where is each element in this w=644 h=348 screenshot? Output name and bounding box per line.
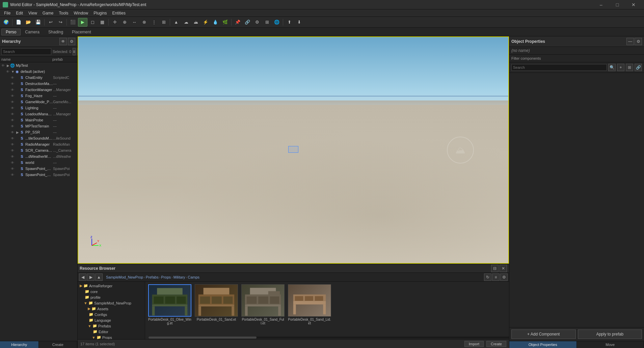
- hierarchy-search-input[interactable]: [1, 48, 51, 55]
- eye-icon[interactable]: 👁: [10, 142, 15, 147]
- rb-path-camps[interactable]: Camps: [188, 275, 199, 279]
- rb-tree-configs[interactable]: 📁 Configs: [87, 312, 143, 317]
- rb-config-btn[interactable]: ⚙: [500, 273, 508, 281]
- eye-icon[interactable]: 👁: [10, 124, 15, 128]
- rb-close-btn[interactable]: ✕: [500, 265, 507, 272]
- menu-game[interactable]: Game: [40, 10, 56, 16]
- rb-filter-btn[interactable]: ≡: [492, 273, 500, 281]
- op-tab-move[interactable]: Move: [577, 341, 644, 348]
- rb-tree-samplemod[interactable]: ▼ 📁 SampleMod_NewProp: [83, 300, 143, 306]
- rb-tree-props[interactable]: ▼ 📁 Props: [91, 335, 143, 339]
- eye-icon[interactable]: 👁: [10, 81, 15, 86]
- tree-item-weather[interactable]: 👁 S ...dWeatherManager ...dWeathe: [9, 153, 77, 160]
- hierarchy-filter-btn[interactable]: ≡: [73, 48, 76, 55]
- tree-item-mpttest[interactable]: 👁 ▶ 🌐 MpTest: [0, 62, 77, 68]
- tree-item-fog[interactable]: 👁 S Fog_Haze ---: [9, 93, 77, 99]
- rb-tree-profile[interactable]: 📁 profile: [83, 294, 143, 300]
- tb-export-btn[interactable]: ⬆: [285, 18, 294, 27]
- tb-link-btn[interactable]: 🔗: [243, 18, 252, 27]
- eye-icon[interactable]: 👁: [10, 172, 15, 177]
- tree-item-mainprobe[interactable]: 👁 S MainProbe ---: [9, 117, 77, 123]
- menu-tools[interactable]: Tools: [56, 10, 71, 16]
- eye-icon[interactable]: 👁: [10, 154, 15, 159]
- tree-item-mpterrain[interactable]: 👁 S MPTestTerrain ---: [9, 123, 77, 129]
- rb-hscroll[interactable]: [149, 337, 509, 339]
- op-link-btn[interactable]: 🔗: [635, 64, 642, 71]
- 3d-viewport[interactable]: ⛰ X Z Y: [78, 36, 509, 264]
- eye-icon[interactable]: 👁: [1, 63, 5, 68]
- tb-path-btn[interactable]: ⛰: [191, 18, 200, 27]
- tree-item-spawn2[interactable]: 👁 S SpawnPoint_US_1 SpawnPoi: [9, 172, 77, 178]
- tree-item-lighting[interactable]: 👁 S Lighting ---: [9, 105, 77, 111]
- rb-tree-arma[interactable]: ▶ 📁 ArmaReforger: [79, 283, 143, 289]
- menu-file[interactable]: File: [1, 10, 13, 16]
- hierarchy-settings-btn[interactable]: ⚙: [68, 38, 75, 45]
- tb-water-btn[interactable]: 💧: [211, 18, 220, 27]
- tab-create[interactable]: Create: [39, 341, 78, 348]
- close-button[interactable]: ✕: [626, 0, 641, 9]
- rb-tree-assets[interactable]: ▶ 📁 Assets: [87, 306, 143, 312]
- tb-terrain-btn[interactable]: ▲: [171, 18, 181, 27]
- eye-icon[interactable]: 👁: [10, 136, 15, 141]
- eye-icon[interactable]: 👁: [10, 75, 15, 80]
- tb-rotate-btn[interactable]: ⊕: [120, 18, 129, 27]
- menu-window[interactable]: Window: [71, 10, 91, 16]
- eye-icon[interactable]: 👁: [10, 118, 15, 122]
- rb-grid-item-desk2[interactable]: PortableDesk_01_Sand.et: [194, 284, 238, 325]
- tb-save-btn[interactable]: 💾: [33, 18, 43, 27]
- op-apply-prefab-btn[interactable]: Apply to prefab: [578, 329, 642, 339]
- tb-grid-btn[interactable]: ⊞: [262, 18, 272, 27]
- rb-path-prefabs[interactable]: Prefabs: [146, 275, 159, 279]
- rb-tree-language[interactable]: 📁 Language: [87, 317, 143, 323]
- hierarchy-visibility-btn[interactable]: 👁: [59, 38, 67, 45]
- expand-icon[interactable]: ▼: [11, 69, 15, 74]
- tb-play-btn[interactable]: ▶: [78, 18, 87, 27]
- rb-refresh-btn[interactable]: ↻: [484, 273, 491, 281]
- tb-logo-btn[interactable]: 🌍: [1, 18, 11, 27]
- rb-grid-item-desk3[interactable]: PortableDesk_01_Sand_Full.et: [241, 284, 285, 325]
- tb-move-btn[interactable]: ✛: [110, 18, 119, 27]
- expand-icon[interactable]: ▶: [16, 130, 20, 135]
- tb-scale-btn[interactable]: ↔: [130, 18, 139, 27]
- eye-icon[interactable]: 👁: [5, 69, 10, 74]
- tb-open-btn[interactable]: 📂: [24, 18, 33, 27]
- tree-item-ppssr[interactable]: 👁 ▶ S PP_SSR ---: [9, 129, 77, 135]
- maximize-button[interactable]: □: [610, 0, 625, 9]
- eye-icon[interactable]: 👁: [10, 148, 15, 153]
- eye-icon[interactable]: 👁: [10, 112, 15, 116]
- tree-item-loadout[interactable]: 👁 S LoadoutManager ...Manager: [9, 111, 77, 117]
- tree-item-world[interactable]: 👁 S world ---: [9, 160, 77, 166]
- rb-forward-btn[interactable]: ▶: [87, 273, 95, 281]
- rb-tree-editor[interactable]: 📁 Editor: [91, 329, 143, 335]
- minimize-button[interactable]: –: [593, 0, 609, 9]
- tb-globe-btn[interactable]: 🌐: [272, 18, 281, 27]
- rb-up-btn[interactable]: ▲: [95, 273, 103, 281]
- eye-icon[interactable]: 👁: [10, 93, 15, 98]
- rb-back-btn[interactable]: ◀: [79, 273, 86, 281]
- rb-grid-item-desk1[interactable]: PortableDesk_01_Olive_Wing.et: [148, 284, 192, 325]
- eye-icon[interactable]: 👁: [10, 87, 15, 92]
- tree-item-faction[interactable]: 👁 S FactionManager ...Manager: [9, 87, 77, 93]
- tb-paint-btn[interactable]: ☁: [181, 18, 191, 27]
- op-search-input[interactable]: [511, 64, 607, 71]
- eye-icon[interactable]: 👁: [10, 106, 15, 110]
- menu-edit[interactable]: Edit: [13, 10, 26, 16]
- tb-import-btn[interactable]: ⬇: [294, 18, 304, 27]
- tab-placement[interactable]: Placement: [68, 29, 96, 35]
- op-search-go-btn[interactable]: 🔍: [608, 64, 616, 71]
- op-collapse-btn[interactable]: —: [626, 38, 634, 45]
- tb-pin-btn[interactable]: 📌: [233, 18, 242, 27]
- rb-tree-prefabs[interactable]: ▼ 📁 Prefabs: [87, 323, 143, 329]
- op-add-component-btn[interactable]: + Add Component: [511, 329, 576, 339]
- tree-item-camera[interactable]: 👁 S SCR_CameraManager ..._Camera: [9, 147, 77, 153]
- eye-icon[interactable]: 👁: [10, 160, 15, 165]
- tb-veg-btn[interactable]: 🌿: [220, 18, 230, 27]
- tb-road-btn[interactable]: ⚡: [201, 18, 210, 27]
- rb-grid-item-desk4[interactable]: PortableDesk_01_Sand_Lid.et: [288, 284, 331, 325]
- rb-tree-core[interactable]: 📁 core: [83, 289, 143, 294]
- eye-icon[interactable]: 👁: [10, 130, 15, 135]
- tree-item-spawn1[interactable]: 👁 S SpawnPoint_USSR_1 SpawnPoi: [9, 166, 77, 172]
- tab-perso[interactable]: Perso: [1, 29, 21, 35]
- tab-hierarchy[interactable]: Hierarchy: [0, 341, 39, 348]
- eye-icon[interactable]: 👁: [10, 99, 15, 104]
